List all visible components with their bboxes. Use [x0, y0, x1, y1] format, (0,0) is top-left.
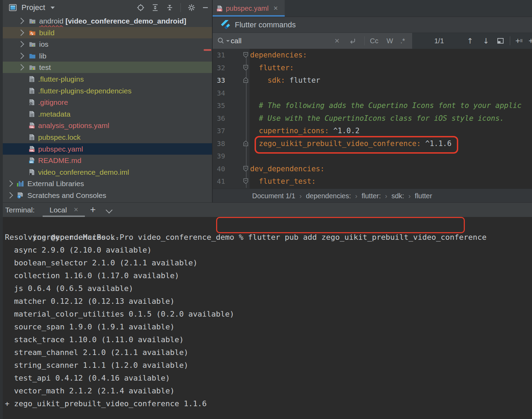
search-history-icon[interactable] — [348, 33, 357, 49]
fold-region-start-icon[interactable] — [243, 178, 248, 184]
expand-all-button[interactable] — [151, 4, 159, 11]
previous-match-icon[interactable]: ↑ — [467, 33, 473, 49]
terminal-line: collection 1.16.0 (1.17.0 available) — [5, 269, 179, 282]
line-number: 38 — [213, 137, 225, 150]
tree-item-lib[interactable]: lib — [3, 50, 212, 62]
code-text: zego_uikit_prebuilt_video_conference: ^1… — [250, 137, 452, 150]
tree-item-label: build — [39, 29, 54, 37]
whole-words-toggle[interactable]: W — [387, 33, 393, 49]
tab-pubspec-yaml[interactable]: YML pubspec.yaml × — [213, 0, 285, 17]
clipped-toolbar-icon[interactable]: + — [529, 33, 532, 49]
code-line-32: 32 flutter: — [213, 62, 532, 74]
terminal-line: boolean_selector 2.1.0 (2.1.1 available) — [5, 256, 197, 269]
code-line-38: 38 zego_uikit_prebuilt_video_conference:… — [213, 137, 532, 150]
toolbar-separator — [180, 3, 181, 12]
clear-search-icon[interactable]: × — [335, 33, 339, 49]
collapse-all-button[interactable] — [166, 4, 174, 11]
chevron-right-icon[interactable] — [7, 192, 13, 198]
tree-item-gitignore[interactable]: .gitignore — [3, 97, 212, 108]
tree-item-label: ios — [39, 40, 48, 48]
tree-item-build[interactable]: build — [3, 27, 212, 38]
locate-file-button[interactable] — [137, 4, 144, 11]
search-query[interactable]: call — [231, 33, 242, 49]
tree-item-label: android — [39, 17, 63, 25]
yaml-file-icon: YML — [217, 5, 222, 12]
breadcrumb-flutter-value[interactable]: flutter — [415, 192, 432, 200]
search-icon[interactable] — [217, 33, 230, 49]
svg-text:YML: YML — [217, 9, 222, 11]
code-text: cupertino_icons: ^1.0.2 — [250, 125, 360, 137]
tree-item-pubspec-lock[interactable]: pubspec.lock — [3, 131, 212, 143]
breadcrumb-dependencies[interactable]: dependencies: — [306, 192, 351, 200]
terminal-line: test_api 0.4.12 (0.4.16 available) — [5, 372, 170, 384]
select-all-matches-icon[interactable] — [497, 33, 504, 49]
code-line-34: 34 — [213, 87, 532, 100]
close-terminal-tab-icon[interactable]: × — [74, 203, 78, 217]
settings-gear-icon[interactable] — [188, 4, 195, 11]
terminal-line: + zego_uikit_prebuilt_video_conference 1… — [5, 397, 207, 410]
tree-item-external-libraries[interactable]: External Libraries — [3, 178, 212, 189]
tree-item-pubspec-yaml[interactable]: YML pubspec.yaml — [3, 143, 212, 155]
find-input[interactable]: call × Cc W .* — [213, 33, 412, 49]
code-text: flutter_test: — [250, 175, 316, 188]
error-stripe-mark[interactable] — [204, 49, 211, 51]
module-file-icon — [29, 169, 35, 175]
tree-item-metadata[interactable]: .metadata — [3, 108, 212, 120]
chevron-right-icon[interactable] — [18, 18, 24, 24]
chevron-right-icon[interactable] — [18, 29, 24, 36]
project-panel-header: Project — [3, 0, 212, 15]
breadcrumb-sdk[interactable]: sdk: — [391, 192, 404, 200]
tree-item-analysis-options[interactable]: YML analysis_options.yaml — [3, 120, 212, 131]
tree-item-ios[interactable]: ios — [3, 38, 212, 50]
chevron-right-icon[interactable] — [7, 180, 13, 186]
tree-item-video-conference-demo-iml[interactable]: video_conference_demo.iml — [3, 166, 212, 178]
banner-label: Flutter commands — [235, 20, 296, 29]
add-selection-icon[interactable]: +II — [515, 33, 523, 49]
fold-region-end-icon[interactable] — [243, 77, 248, 83]
tree-item-label: video_conference_demo.iml — [38, 168, 129, 176]
tree-item-scratches-and-consoles[interactable]: Scratches and Consoles — [3, 190, 212, 201]
tree-item-flutter-plugins-dependencies[interactable]: .flutter-plugins-dependencies — [3, 85, 212, 97]
find-bar: call × Cc W .* 1/1 ↑ ↓ +II + — [213, 33, 532, 49]
flutter-commands-banner[interactable]: Flutter commands — [213, 17, 532, 33]
code-line-31: 31 dependencies: — [213, 49, 532, 62]
tree-item-label: .flutter-plugins-dependencies — [38, 87, 132, 95]
chevron-right-icon[interactable] — [18, 64, 24, 70]
code-editor[interactable]: 31 dependencies: 32 flutter: 33 sdk: — [213, 49, 532, 189]
project-view-selector[interactable]: Project — [9, 3, 55, 12]
tree-item-test[interactable]: test — [3, 62, 212, 73]
fold-region-start-icon[interactable] — [243, 166, 248, 172]
fold-region-end-icon[interactable] — [243, 140, 248, 146]
tree-item-readme[interactable]: MD README.md — [3, 155, 212, 166]
match-case-toggle[interactable]: Cc — [370, 33, 378, 49]
next-match-icon[interactable]: ↓ — [483, 33, 489, 49]
close-tab-icon[interactable]: × — [273, 4, 278, 13]
breadcrumb-document[interactable]: Document 1/1 — [252, 192, 295, 200]
chevron-right-icon[interactable] — [18, 53, 24, 59]
terminal-output[interactable]: yoer@yoerdeMacBook-Pro video_conference_… — [3, 217, 532, 419]
terminal-tab-local[interactable]: Local — [50, 203, 67, 217]
fold-region-start-icon[interactable] — [243, 52, 248, 58]
tree-item-android[interactable]: android [video_conference_demo_android] — [3, 15, 212, 27]
terminal-command: flutter pub add zego_uikit_prebuilt_vide… — [248, 233, 487, 242]
terminal-line: stack_trace 1.10.0 (1.11.0 available) — [5, 333, 184, 346]
new-terminal-session-icon[interactable]: + — [90, 203, 96, 217]
chevron-right-icon[interactable] — [18, 41, 24, 47]
breadcrumb-flutter[interactable]: flutter: — [362, 192, 381, 200]
breadcrumb: Document 1/1 › dependencies: › flutter: … — [213, 189, 532, 202]
line-number: 40 — [213, 163, 225, 175]
ignored-file-icon — [29, 99, 35, 106]
text-file-icon — [29, 134, 35, 140]
terminal-options-chevron-icon[interactable] — [106, 207, 113, 213]
tree-item-flutter-plugins[interactable]: .flutter-plugins — [3, 73, 212, 85]
hide-panel-button[interactable] — [202, 4, 209, 11]
terminal-line: vector_math 2.1.2 (2.1.4 available) — [5, 384, 175, 397]
line-number: 39 — [213, 150, 225, 163]
tab-label: pubspec.yaml — [226, 4, 268, 12]
code-text: dev_dependencies: — [250, 163, 325, 175]
terminal-line: material_color_utilities 0.1.5 (0.2.0 av… — [5, 308, 234, 320]
code-text: # Use with the CupertinoIcons class for … — [250, 112, 504, 125]
regex-toggle[interactable]: .* — [400, 33, 405, 49]
fold-region-start-icon[interactable] — [243, 65, 248, 71]
terminal-line: source_span 1.9.0 (1.9.1 available) — [5, 320, 175, 333]
